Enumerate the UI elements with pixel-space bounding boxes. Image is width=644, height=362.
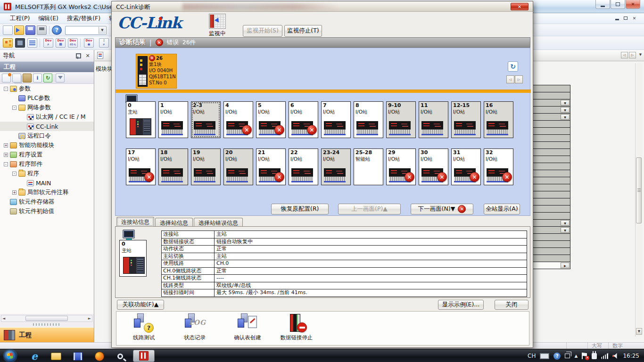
tree-expand-box[interactable]: + bbox=[4, 153, 8, 157]
media-player-icon[interactable] bbox=[72, 351, 84, 362]
station-2-3[interactable]: 2-3I/O站 bbox=[191, 101, 221, 138]
tree-expand-box[interactable]: - bbox=[12, 106, 17, 110]
menu-item-1[interactable]: 编辑(E) bbox=[34, 13, 63, 24]
panel-close-icon[interactable]: ✕ bbox=[84, 53, 91, 59]
paste-icon[interactable] bbox=[23, 74, 32, 82]
navigation-window-icon[interactable] bbox=[3, 38, 13, 48]
tool-3[interactable]: 确认表创建 bbox=[223, 313, 272, 341]
dialog-close-button[interactable]: ✕ bbox=[511, 3, 528, 10]
tab-0[interactable]: 连接站信息 bbox=[116, 217, 154, 227]
close-button[interactable]: ✕ bbox=[626, 0, 640, 9]
device-watch-icon[interactable]: Dev◉ bbox=[84, 38, 94, 48]
tool-2[interactable]: LOG状态记录 bbox=[172, 313, 217, 341]
tree-expand-box[interactable]: + bbox=[4, 143, 8, 148]
dropdown-button[interactable]: ▼ bbox=[561, 114, 570, 120]
gx-works2-taskbar-button[interactable] bbox=[133, 350, 155, 362]
param-cell-26[interactable]: ▶ bbox=[533, 262, 570, 269]
param-cell-21[interactable]: ▼ bbox=[533, 226, 570, 234]
tree-expand-box[interactable]: - bbox=[4, 162, 8, 166]
dropdown-button[interactable]: ▼ bbox=[561, 227, 570, 233]
tree-expand-box[interactable]: - bbox=[4, 87, 8, 91]
station-11[interactable]: 11I/O站 bbox=[419, 101, 448, 138]
new-project-icon[interactable] bbox=[3, 25, 13, 35]
station-25-28[interactable]: 25-28智能站 bbox=[354, 148, 383, 185]
menu-item-2[interactable]: 搜索/替换(F) bbox=[63, 13, 105, 24]
param-cell-22[interactable] bbox=[533, 233, 570, 241]
tree-item-8[interactable]: -程序部件 bbox=[0, 159, 94, 169]
network-signal-icon[interactable] bbox=[601, 353, 608, 359]
tree-item-5[interactable]: 远程口令 bbox=[0, 131, 94, 140]
tree-item-6[interactable]: +智能功能模块 bbox=[0, 140, 94, 150]
param-cell-12[interactable] bbox=[533, 163, 570, 170]
property-icon[interactable]: i bbox=[33, 74, 42, 82]
param-cell-11[interactable] bbox=[533, 156, 570, 163]
tree-item-13[interactable]: 软元件初始值 bbox=[0, 206, 94, 216]
dialog-title-bar[interactable]: CC-Link诊断 ✕ bbox=[112, 1, 533, 12]
station-8[interactable]: 8I/O站 bbox=[354, 101, 383, 138]
param-cell-18[interactable] bbox=[533, 205, 570, 213]
windows-explorer-icon[interactable] bbox=[50, 351, 62, 362]
device-grid-icon[interactable]: Dev▦ bbox=[56, 38, 66, 48]
internet-explorer-icon[interactable]: e bbox=[28, 351, 41, 362]
language-indicator[interactable]: CH bbox=[528, 353, 536, 359]
station-31[interactable]: 31I/O站✕ bbox=[451, 148, 481, 185]
splitter-handle[interactable] bbox=[33, 323, 61, 326]
tab-scroll-left-button[interactable]: ◁ bbox=[621, 52, 628, 58]
dropdown-button[interactable]: ▼ bbox=[561, 100, 570, 106]
param-cell-9[interactable] bbox=[533, 141, 570, 149]
dropdown-button[interactable]: ▼ bbox=[561, 107, 570, 113]
display-example-button[interactable]: 显示示例(E)... bbox=[438, 300, 484, 310]
tab-1[interactable]: 选择站信息 bbox=[155, 218, 193, 227]
tree-item-10[interactable]: MAIN bbox=[0, 178, 94, 188]
dropdown-button[interactable]: ▼ bbox=[561, 220, 570, 226]
station-30[interactable]: 30I/O站✕ bbox=[419, 148, 448, 185]
copy-icon[interactable] bbox=[12, 74, 21, 82]
mdi-close-button[interactable]: ✕ bbox=[631, 15, 638, 22]
param-cell-25[interactable] bbox=[533, 255, 570, 262]
station-21[interactable]: 21I/O站✕ bbox=[256, 148, 286, 185]
station-4[interactable]: 4I/O站✕ bbox=[223, 101, 253, 138]
param-cell-10[interactable] bbox=[533, 148, 570, 156]
search-icon[interactable] bbox=[114, 351, 126, 362]
param-cell-7[interactable] bbox=[533, 127, 570, 135]
keyboard-icon[interactable] bbox=[540, 353, 549, 359]
station-5[interactable]: 5I/O站✕ bbox=[256, 101, 286, 138]
maximize-button[interactable] bbox=[611, 0, 625, 9]
editor-vertical-scrollbar[interactable]: ▼ bbox=[635, 63, 642, 337]
tool-1[interactable]: ?线路测试 bbox=[121, 313, 166, 341]
related-functions-button[interactable]: 关联功能(F)▲ bbox=[117, 300, 164, 310]
param-cell-24[interactable] bbox=[533, 247, 570, 255]
next-screen-button[interactable]: 下一画面(N)▼ ✕ bbox=[411, 204, 473, 214]
nav-category-0[interactable]: 工程 bbox=[0, 327, 94, 343]
station-0[interactable]: 0主站 bbox=[126, 101, 156, 138]
param-cell-4[interactable]: ▼ bbox=[533, 106, 570, 114]
restore-window-icon[interactable] bbox=[565, 354, 570, 358]
station-6[interactable]: 6I/O站✕ bbox=[289, 101, 318, 138]
param-cell-20[interactable]: ▼ bbox=[533, 219, 570, 227]
watch-window-icon[interactable] bbox=[27, 38, 37, 48]
station-19[interactable]: 19I/O站 bbox=[191, 148, 221, 185]
close-dialog-button[interactable]: 关闭 bbox=[495, 300, 528, 310]
param-cell-5[interactable]: ▼ bbox=[533, 113, 570, 121]
tree-expand-box[interactable]: + bbox=[12, 190, 17, 195]
station-22[interactable]: 22I/O站 bbox=[289, 148, 318, 185]
show-all-stations-button[interactable]: 全站显示(A) bbox=[484, 204, 520, 214]
new-item-icon[interactable] bbox=[2, 74, 11, 82]
tree-item-9[interactable]: -程序 bbox=[0, 169, 94, 178]
station-29[interactable]: 29I/O站✕ bbox=[386, 148, 416, 185]
param-cell-23[interactable] bbox=[533, 240, 570, 248]
scroll-left-icon[interactable]: ◄ bbox=[2, 316, 5, 321]
watch-combobox[interactable]: ▼ bbox=[65, 26, 107, 35]
station-32[interactable]: 32I/O站✕ bbox=[484, 148, 513, 185]
ime-help-icon[interactable]: ? bbox=[553, 353, 561, 360]
filter-icon[interactable] bbox=[56, 74, 65, 82]
device-cclink-icon[interactable]: DevCC-L bbox=[68, 38, 78, 48]
scroll-right-icon[interactable]: ► bbox=[88, 316, 91, 321]
combobox-dropdown-icon[interactable]: ▼ bbox=[99, 27, 106, 34]
restore-config-button[interactable]: 恢复原配置(R) bbox=[271, 204, 329, 214]
station-16[interactable]: 16I/O站 bbox=[484, 101, 513, 138]
station-1[interactable]: 1I/O站 bbox=[158, 101, 188, 138]
param-cell-15[interactable] bbox=[533, 184, 570, 191]
tree-item-0[interactable]: -参数 bbox=[0, 84, 94, 93]
tree-horizontal-scrollbar[interactable]: ◄ ► bbox=[1, 315, 92, 322]
